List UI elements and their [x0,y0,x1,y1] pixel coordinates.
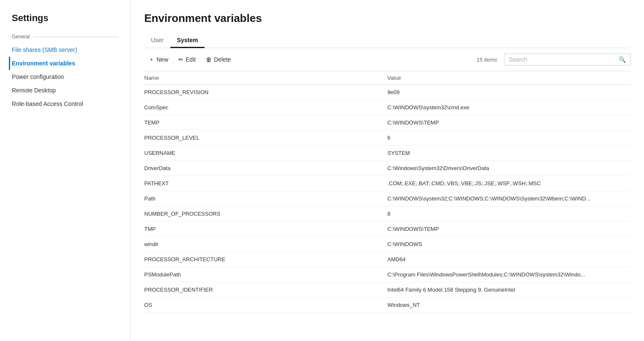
table-cell-name: DriverData [144,165,388,171]
edit-icon: ✏ [178,56,183,63]
table-cell-value: 9e09 [388,89,631,95]
table-cell-name: TEMP [144,119,388,126]
edit-button-label: Edit [186,56,196,63]
sidebar-item-env-vars[interactable]: Environment variables [9,57,130,70]
sidebar-item-rbac[interactable]: Role-based Access Control [12,97,130,111]
tabs-container: UserSystem [144,33,631,48]
table-row[interactable]: PathC:\WINDOWS\system32;C:\WINDOWS;C:\WI… [144,191,631,206]
new-button-label: New [156,56,168,63]
edit-button[interactable]: ✏ Edit [174,54,200,65]
table-row[interactable]: PROCESSOR_LEVEL6 [144,130,631,146]
table-cell-value: C:\WINDOWS [388,241,631,247]
sidebar-item-power-config[interactable]: Power configuration [12,70,130,84]
sidebar-nav: File shares (SMB server)Environment vari… [12,43,130,111]
table-cell-name: Path [144,195,388,202]
trash-icon: 🗑 [206,56,212,63]
delete-button-label: Delete [214,56,231,63]
table-row[interactable]: PROCESSOR_ARCHITECTUREAMD64 [144,252,631,267]
table-row[interactable]: PATHEXT.COM;.EXE;.BAT;.CMD;.VBS;.VBE;.JS… [144,176,631,191]
table-cell-value: C:\WINDOWS\TEMP [388,226,631,232]
table-row[interactable]: TEMPC:\WINDOWS\TEMP [144,115,631,130]
page-title: Environment variables [144,12,631,25]
table-row[interactable]: USERNAMESYSTEM [144,146,631,161]
table-cell-name: PROCESSOR_REVISION [144,89,388,95]
tab-user[interactable]: User [144,33,170,48]
table-cell-value: 8 [388,211,631,217]
table-cell-name: PROCESSOR_IDENTIFIER [144,287,388,293]
search-input[interactable] [509,56,619,63]
table-cell-name: TMP [144,226,388,232]
table-row[interactable]: windirC:\WINDOWS [144,237,631,252]
table-cell-value: Intel64 Family 6 Model 158 Stepping 9, G… [388,287,631,293]
toolbar: ＋ New ✏ Edit 🗑 Delete 15 items 🔍 [144,48,631,71]
table-cell-name: PSModulePath [144,271,388,278]
search-icon[interactable]: 🔍 [619,56,626,63]
table-cell-value: C:\WINDOWS\system32\cmd.exe [388,104,631,111]
table-row[interactable]: PSModulePathC:\Program Files\WindowsPowe… [144,267,631,282]
table-row[interactable]: PROCESSOR_IDENTIFIERIntel64 Family 6 Mod… [144,282,631,298]
table-header-cell: Value [388,75,631,81]
table-cell-name: OS [144,302,388,308]
tab-system[interactable]: System [170,33,205,48]
plus-icon: ＋ [148,56,154,63]
table-cell-value: C:\Windows\System32\Drivers\DriverData [388,165,631,171]
table-row[interactable]: TMPC:\WINDOWS\TEMP [144,222,631,237]
sidebar: Settings General File shares (SMB server… [0,0,131,341]
main-content: Environment variables UserSystem ＋ New ✏… [131,0,644,341]
table-cell-name: PATHEXT [144,180,388,187]
sidebar-item-remote-desktop[interactable]: Remote Desktop [12,84,130,97]
search-box: 🔍 [504,54,631,65]
table-header-cell: Name [144,75,388,81]
table-row[interactable]: OSWindows_NT [144,298,631,313]
table-cell-value: Windows_NT [388,302,631,308]
table-cell-value: C:\Program Files\WindowsPowerShell\Modul… [388,271,631,278]
sidebar-title: Settings [12,13,130,24]
table-cell-name: PROCESSOR_ARCHITECTURE [144,256,388,263]
table-cell-name: windir [144,241,388,247]
table-cell-value: C:\WINDOWS\system32;C:\WINDOWS;C:\WINDOW… [388,195,631,202]
table-cell-value: .COM;.EXE;.BAT;.CMD;.VBS;.VBE;.JS;.JSE;.… [388,180,631,187]
new-button[interactable]: ＋ New [144,53,172,66]
table-cell-value: C:\WINDOWS\TEMP [388,119,631,126]
table-row[interactable]: PROCESSOR_REVISION9e09 [144,85,631,100]
table-cell-name: USERNAME [144,150,388,156]
table-body: PROCESSOR_REVISION9e09ComSpecC:\WINDOWS\… [144,85,631,313]
sidebar-item-file-shares[interactable]: File shares (SMB server) [12,43,130,57]
sidebar-section-label: General [12,34,130,40]
table-cell-name: PROCESSOR_LEVEL [144,135,388,141]
table-header: NameValue [144,71,631,85]
items-count: 15 items [477,57,497,63]
table-row[interactable]: NUMBER_OF_PROCESSORS8 [144,206,631,222]
table-cell-value: AMD64 [388,256,631,263]
table-cell-name: NUMBER_OF_PROCESSORS [144,211,388,217]
table-row[interactable]: ComSpecC:\WINDOWS\system32\cmd.exe [144,100,631,115]
table-cell-value: 6 [388,135,631,141]
table-cell-name: ComSpec [144,104,388,111]
table-row[interactable]: DriverDataC:\Windows\System32\Drivers\Dr… [144,161,631,176]
delete-button[interactable]: 🗑 Delete [202,54,235,65]
table-cell-value: SYSTEM [388,150,631,156]
